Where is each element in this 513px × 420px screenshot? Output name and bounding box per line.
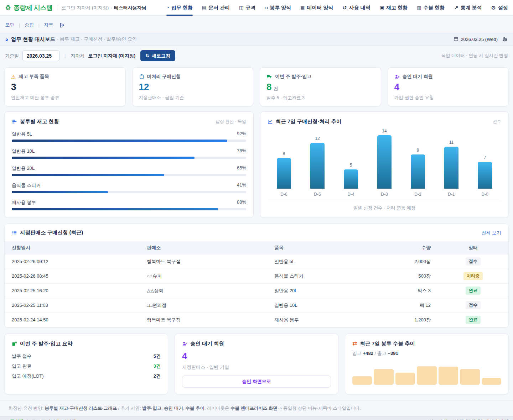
brand: ♻ 종량제 시스템 [5,4,53,12]
nav-item-label: 문서 관리 [208,5,230,11]
footnote-segment: 수불 엔터프라이즈 화면 [230,406,278,411]
table-row: 2025-02-25 11:03 □□편의점 일반용 10L 팩 12 접수 [5,298,508,313]
stock-row: 일반용 5L 92% [12,131,246,142]
transfer-separator: / [375,351,376,356]
purchase-table-panel: 지정판매소 구매신청 (최근) 전체 보기 신청일시판매소품목수량상태 2025… [4,224,509,328]
view-tabs: 모던|종합|차트 [0,16,513,33]
spark-bar [482,378,501,384]
nav-item-spec[interactable]: ◫규격 [239,0,255,16]
hbar-chart-icon [12,119,17,124]
sliders-icon[interactable] [502,36,508,42]
middle-panels: 봉투별 재고 현황 낱장 환산 · 목업 일반용 5L 92% 일반용 10L … [0,106,513,218]
spark-bar [395,373,415,385]
nav-item-settings[interactable]: ⚙설정 [491,0,508,16]
document-icon: ▤ [202,5,206,10]
nav-item-label: 데이터 양식 [307,5,333,11]
orders-panel: 이번 주 발주·입고 요약 발주 접수 5건 입고 완료 3건 입고 예정(LO… [4,334,168,394]
titlebar-date: 2026.03.25 (Wed) [461,37,498,42]
approval-panel-title: 승인 대기 회원 [190,340,224,347]
order-value: 2건 [154,373,161,379]
approval-count: 4 [182,351,331,361]
clipboard-icon [139,74,144,79]
stat-card-header: 이번 주 발주·입고 [266,73,374,80]
line-chart-icon [268,119,273,124]
order-value: 5건 [154,353,161,359]
out-value: −391 [388,351,398,356]
mock-data-note: 목업 데이터 · 연동 시 실시간 반영 [441,53,508,59]
table-col-header: 품목 [267,241,382,254]
nav-item-label: 사용 내역 [349,5,370,11]
stat-card-label: 승인 대기 회원 [403,73,433,80]
view-all-link[interactable]: 전체 보기 [481,230,501,236]
stock-row: 일반용 10L 78% [12,148,246,159]
status-badge: 완료 [466,316,481,324]
spark-bar [439,367,458,385]
nav-item-label: 규격 [245,5,255,11]
approval-screen-button[interactable]: 승인 화면으로 [182,376,331,388]
stock-row-top: 음식물 스티커 41% [12,182,246,189]
stat-card-value-row: 12 [139,82,247,91]
nav-item-data-form[interactable]: ▦데이터 양식 [300,0,333,16]
cell-item: 재사용 봉투 [267,313,382,327]
cell-seller: ○○슈퍼 [140,269,267,283]
filter-row: 기준일 | 지자체 로그인 지자체 (미지정) ↻ 새로고침 목업 데이터 · … [0,46,513,66]
nav-item-doc-manage[interactable]: ▤문서 관리 [202,0,230,16]
nav-item-stock-status[interactable]: ▣재고 현황 [380,0,408,16]
stock-bars: 일반용 5L 92% 일반용 10L 78% 일반용 20L 65% [12,131,246,210]
trend-column: 14 D-3 [369,128,399,197]
nav-item-transfer-status[interactable]: ▥수불 현황 [417,0,445,16]
footnote-segment: 수불 추이 [186,406,204,411]
trend-value: 14 [382,128,387,133]
nav-item-stats[interactable]: ↗통계 분석 [454,0,482,16]
stat-card-1: 미처리 구매신청 12 지정판매소 · 금일 기준 [132,67,254,106]
cell-qty: 500장 [383,269,438,283]
approval-panel: 승인 대기 회원 4 지정판매소 · 일반 가입 승인 화면으로 [175,334,338,394]
status-bar: 준비됨 | 로그인 지자체 (미지정) Ver. 목업 2026.03.25 (… [0,416,513,420]
trend-separator [268,201,501,201]
stat-card-sub: 안전재고 미만 봉투 종류 [11,95,119,101]
tab-modern[interactable]: 모던 [5,22,15,28]
user-check-icon [182,341,187,346]
nav-item-work-status[interactable]: ◔업무 현황 [166,0,193,16]
warning-icon: ⚠ [11,74,16,79]
cell-status: 완료 [438,283,508,298]
stock-bar-track [12,157,246,159]
status-text: 준비됨 [10,419,24,420]
trend-bar [277,158,291,189]
footnote-segment: , [183,406,186,411]
cell-status: 완료 [438,313,508,327]
tab-chart[interactable]: 차트 [44,22,53,28]
statusbar-right: Ver. 목업 2026.03.25 (Wed) 6:44 AM [430,419,508,420]
exit-icon[interactable] [59,22,65,28]
list-icon [12,230,17,235]
refresh-button[interactable]: ↻ 새로고침 [140,50,175,61]
refresh-label: 새로고침 [152,53,170,59]
cell-item: 일반용 5L [267,254,382,269]
table-row: 2025-02-26 09:12 행복마트 북구점 일반용 5L 2,000장 … [5,254,508,269]
stock-row: 재사용 봉투 88% [12,199,246,210]
filter-divider: | [64,53,66,58]
stat-card-label: 이번 주 발주·입고 [275,73,312,80]
stat-card-value: 12 [139,82,149,91]
table-panel-title: 지정판매소 구매신청 (최근) [20,229,83,236]
stock-row-top: 일반용 10L 78% [12,148,246,154]
transfer-panel: ⇄ 최근 7일 봉투 수불 추이 입고 +482 / 출고 −391 [345,334,509,394]
tab-combined[interactable]: 종합 [25,22,34,28]
nav-item-usage-history[interactable]: ↺사용 내역 [342,0,370,16]
base-date-input[interactable] [22,50,59,61]
transfer-sparkline [352,366,501,385]
org-value: 로그인 지자체 (미지정) [88,53,135,59]
refresh-icon: ↻ [145,53,150,58]
stock-label: 일반용 10L [12,148,35,154]
out-label: 출고 [377,351,387,356]
nav-item-bag-form[interactable]: ◘봉투 양식 [265,0,291,16]
gear-icon: ⚙ [491,5,496,10]
orders-panel-title: 이번 주 발주·입고 요약 [20,340,72,347]
trend-bar [411,154,425,189]
page-subtitle: · 봉투 재고 · 구매신청 · 발주/승인 요약 [57,36,137,42]
login-org: 로그인 지자체 (미지정) [62,5,109,11]
cell-qty: 1,200장 [383,313,438,327]
tab-divider: | [38,22,40,28]
nav-item-label: 설정 [498,5,508,11]
stock-percent: 88% [237,199,246,206]
